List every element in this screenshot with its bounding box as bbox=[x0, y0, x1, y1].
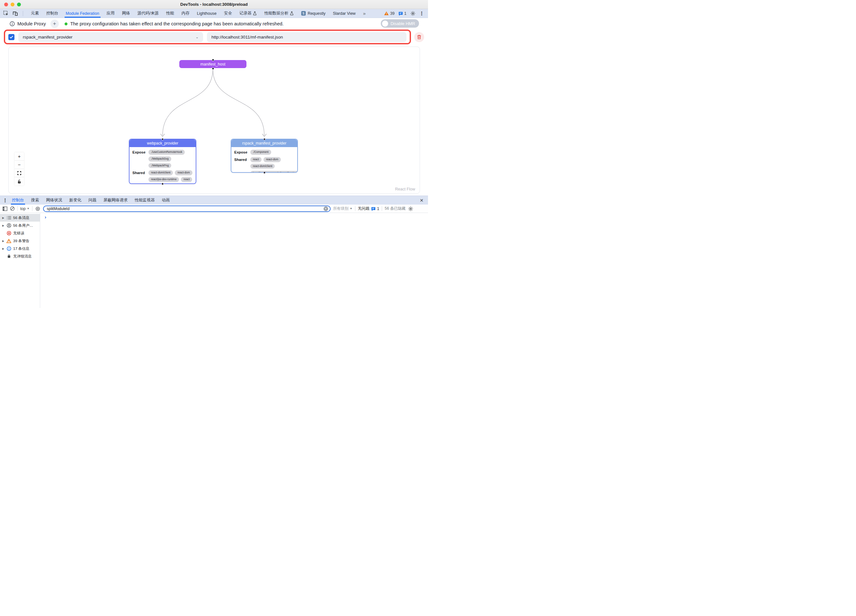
expose-pill: ./useCustomRemoteHook bbox=[148, 150, 185, 155]
bug-icon bbox=[7, 254, 11, 258]
tab-slardar-view[interactable]: Slardar View bbox=[333, 9, 356, 18]
provider-select[interactable]: rspack_manifest_provider ⌄ bbox=[18, 32, 203, 42]
settings-gear-icon[interactable] bbox=[410, 11, 416, 16]
toolbar-divider bbox=[355, 206, 356, 211]
warning-count: 39 bbox=[390, 11, 394, 16]
issues-badge[interactable]: 1 bbox=[399, 11, 406, 16]
console-messages-area[interactable]: › bbox=[40, 213, 428, 308]
sidebar-item-errors[interactable]: 无错误 bbox=[0, 229, 40, 237]
sidebar-item-info[interactable]: ▶ 17 条信息 bbox=[0, 245, 40, 252]
zoom-out-button[interactable]: − bbox=[14, 161, 24, 169]
warnings-badge[interactable]: 39 bbox=[384, 11, 394, 16]
disclosure-triangle-icon[interactable]: ▶ bbox=[2, 240, 5, 243]
tab-sources[interactable]: 源代码/来源 bbox=[137, 9, 159, 18]
drawer-tab-issues[interactable]: 问题 bbox=[85, 196, 100, 204]
drawer-tab-search[interactable]: 搜索 bbox=[28, 196, 43, 204]
console-filter-input[interactable] bbox=[47, 206, 322, 211]
disclosure-triangle-icon[interactable]: ▶ bbox=[2, 224, 5, 227]
drawer-tab-performance-monitor[interactable]: 性能监视器 bbox=[131, 196, 159, 204]
minimize-window-button[interactable] bbox=[11, 3, 14, 6]
provider-select-value: rspack_manifest_provider bbox=[23, 35, 196, 40]
console-settings-gear-icon[interactable] bbox=[408, 206, 413, 211]
live-expression-eye-icon[interactable] bbox=[35, 206, 40, 211]
tab-network[interactable]: 网络 bbox=[122, 9, 130, 18]
node-handle[interactable] bbox=[162, 138, 164, 140]
clear-console-icon[interactable] bbox=[10, 206, 15, 211]
tab-lighthouse[interactable]: Lighthouse bbox=[197, 9, 217, 18]
node-handle[interactable] bbox=[212, 59, 214, 61]
disclosure-triangle-icon[interactable]: ▶ bbox=[2, 247, 5, 250]
delete-proxy-button[interactable] bbox=[414, 32, 424, 42]
entry-pill: http://localhost:3011/mf-manifest.json bbox=[250, 171, 297, 172]
zoom-in-button[interactable]: + bbox=[14, 152, 24, 161]
traffic-lights bbox=[4, 3, 21, 6]
tab-application[interactable]: 应用 bbox=[107, 9, 115, 18]
drawer-tab-network-conditions[interactable]: 网络状况 bbox=[43, 196, 66, 204]
console-drawer: ⋮ 控制台 搜索 网络状况 新变化 问题 屏蔽网络请求 性能监视器 动画 ✕ t bbox=[0, 196, 428, 308]
react-flow-attribution[interactable]: React Flow bbox=[395, 187, 415, 191]
tab-elements[interactable]: 元素 bbox=[31, 9, 39, 18]
log-levels-select[interactable]: 所有级别 ▼ bbox=[333, 206, 353, 211]
node-handle[interactable] bbox=[263, 138, 265, 140]
module-graph-panel[interactable]: manifest_host webpack_provider Expose ./… bbox=[8, 46, 420, 194]
kebab-menu-icon[interactable]: ⋮ bbox=[419, 11, 424, 16]
console-sidebar-toggle-icon[interactable] bbox=[3, 206, 8, 211]
node-handle[interactable] bbox=[212, 68, 214, 70]
node-title: manifest_host bbox=[200, 62, 226, 66]
console-filter-field: ✕ bbox=[43, 206, 331, 212]
node-rspack-manifest-provider[interactable]: rspack_manifest_provider Expose ./Compon… bbox=[231, 139, 298, 173]
info-icon bbox=[10, 21, 15, 26]
node-webpack-provider[interactable]: webpack_provider Expose ./useCustomRemot… bbox=[129, 139, 196, 184]
tab-recorder[interactable]: 记录器 bbox=[239, 9, 257, 18]
sidebar-item-verbose[interactable]: 无详细消息 bbox=[0, 252, 40, 260]
proxy-enabled-checkbox[interactable] bbox=[8, 34, 14, 40]
clear-filter-button[interactable]: ✕ bbox=[323, 206, 328, 211]
flask-icon bbox=[253, 11, 257, 15]
expose-row: Expose ./useCustomRemoteHook ./WebpackSv… bbox=[132, 150, 193, 168]
tab-performance-insights[interactable]: 性能数据分析 bbox=[264, 9, 294, 18]
node-handle[interactable] bbox=[263, 172, 265, 174]
more-tabs-button[interactable]: » bbox=[363, 9, 365, 18]
inspect-element-icon[interactable] bbox=[3, 11, 9, 16]
arrowhead-icon bbox=[161, 134, 165, 137]
sidebar-item-all-messages[interactable]: ▶ 56 条消息 bbox=[0, 214, 40, 221]
close-drawer-button[interactable]: ✕ bbox=[417, 198, 426, 203]
drawer-tab-changes[interactable]: 新变化 bbox=[66, 196, 85, 204]
drawer-tab-console[interactable]: 控制台 bbox=[8, 196, 28, 204]
node-title: webpack_provider bbox=[129, 140, 196, 147]
context-selector[interactable]: top ▼ bbox=[20, 206, 29, 211]
sidebar-item-warnings[interactable]: ▶ 39 条警告 bbox=[0, 237, 40, 245]
lock-button[interactable] bbox=[14, 177, 24, 186]
issues-summary[interactable]: 无问题 1 bbox=[358, 206, 379, 211]
message-bubble-icon bbox=[371, 206, 376, 211]
add-proxy-button[interactable]: + bbox=[51, 20, 59, 28]
fit-view-button[interactable] bbox=[14, 169, 24, 177]
tab-performance[interactable]: 性能 bbox=[166, 9, 174, 18]
proxy-status-dot bbox=[65, 23, 68, 25]
node-manifest-host[interactable]: manifest_host bbox=[179, 60, 246, 68]
disclosure-triangle-icon[interactable]: ▶ bbox=[2, 217, 5, 220]
drawer-tab-network-blocking[interactable]: 屏蔽网络请求 bbox=[100, 196, 131, 204]
tab-requestly[interactable]: Requestly bbox=[301, 9, 325, 18]
close-window-button[interactable] bbox=[4, 3, 8, 6]
drawer-menu-icon[interactable]: ⋮ bbox=[2, 198, 8, 203]
tab-memory[interactable]: 内存 bbox=[182, 9, 189, 18]
toolbar-divider bbox=[382, 206, 382, 211]
error-icon bbox=[7, 231, 11, 235]
expose-pill: ./Component bbox=[250, 150, 271, 155]
tab-module-federation[interactable]: Module Federation bbox=[66, 9, 99, 18]
tab-security[interactable]: 安全 bbox=[224, 9, 232, 18]
manifest-url-input[interactable]: http://localhost:3011/mf-manifest.json bbox=[207, 32, 406, 42]
device-toolbar-icon[interactable] bbox=[12, 11, 18, 16]
sidebar-item-user-messages[interactable]: ▶ 56 条用户… bbox=[0, 221, 40, 229]
tab-console[interactable]: 控制台 bbox=[46, 9, 59, 18]
lock-icon bbox=[17, 180, 21, 184]
node-handle[interactable] bbox=[162, 183, 164, 185]
drawer-tab-animations[interactable]: 动画 bbox=[159, 196, 174, 204]
disable-hmr-toggle[interactable]: Disable HMR bbox=[381, 19, 419, 28]
node-title: rspack_manifest_provider bbox=[231, 140, 297, 147]
shared-pill: react-dom/client bbox=[148, 170, 173, 175]
shared-pill: react bbox=[181, 177, 192, 182]
console-prompt-icon[interactable]: › bbox=[45, 214, 46, 220]
maximize-window-button[interactable] bbox=[17, 3, 21, 6]
